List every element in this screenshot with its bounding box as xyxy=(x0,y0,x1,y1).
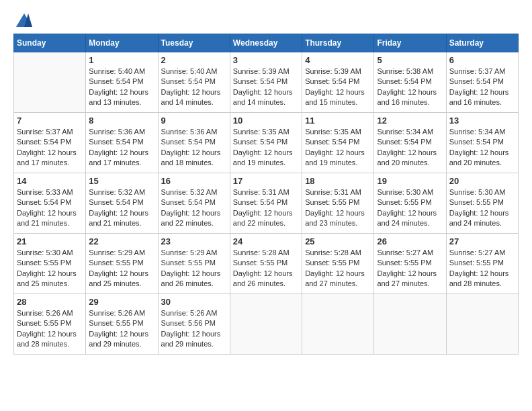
day-info: Sunrise: 5:31 AM Sunset: 5:55 PM Dayligh… xyxy=(305,187,371,229)
calendar-cell: 24Sunrise: 5:28 AM Sunset: 5:55 PM Dayli… xyxy=(230,234,302,294)
logo xyxy=(13,13,32,27)
day-info: Sunrise: 5:32 AM Sunset: 5:54 PM Dayligh… xyxy=(89,187,154,229)
day-number: 2 xyxy=(161,55,227,65)
calendar-cell: 27Sunrise: 5:27 AM Sunset: 5:55 PM Dayli… xyxy=(446,234,518,294)
day-info: Sunrise: 5:30 AM Sunset: 5:55 PM Dayligh… xyxy=(449,187,515,229)
day-info: Sunrise: 5:27 AM Sunset: 5:55 PM Dayligh… xyxy=(377,248,443,289)
day-info: Sunrise: 5:39 AM Sunset: 5:54 PM Dayligh… xyxy=(305,66,371,108)
calendar-header-thursday: Thursday xyxy=(302,34,374,52)
day-info: Sunrise: 5:35 AM Sunset: 5:54 PM Dayligh… xyxy=(233,127,299,169)
day-info: Sunrise: 5:30 AM Sunset: 5:55 PM Dayligh… xyxy=(377,187,443,229)
week-row-1: 1Sunrise: 5:40 AM Sunset: 5:54 PM Daylig… xyxy=(14,52,519,113)
calendar-header-row: SundayMondayTuesdayWednesdayThursdayFrid… xyxy=(14,34,519,52)
day-number: 3 xyxy=(233,55,299,65)
day-number: 16 xyxy=(161,176,227,186)
calendar-header-monday: Monday xyxy=(86,34,158,52)
day-info: Sunrise: 5:37 AM Sunset: 5:54 PM Dayligh… xyxy=(17,127,83,169)
day-info: Sunrise: 5:27 AM Sunset: 5:55 PM Dayligh… xyxy=(449,248,515,289)
week-row-5: 28Sunrise: 5:26 AM Sunset: 5:55 PM Dayli… xyxy=(14,294,519,355)
day-info: Sunrise: 5:38 AM Sunset: 5:54 PM Dayligh… xyxy=(377,66,443,108)
day-number: 6 xyxy=(449,55,515,65)
day-number: 24 xyxy=(233,236,299,246)
day-number: 27 xyxy=(449,236,515,246)
day-number: 15 xyxy=(89,176,154,186)
day-info: Sunrise: 5:31 AM Sunset: 5:54 PM Dayligh… xyxy=(233,187,299,229)
day-info: Sunrise: 5:37 AM Sunset: 5:54 PM Dayligh… xyxy=(449,66,515,108)
calendar-cell: 15Sunrise: 5:32 AM Sunset: 5:54 PM Dayli… xyxy=(86,173,158,234)
day-info: Sunrise: 5:40 AM Sunset: 5:54 PM Dayligh… xyxy=(89,66,154,108)
day-info: Sunrise: 5:36 AM Sunset: 5:54 PM Dayligh… xyxy=(89,127,154,169)
day-info: Sunrise: 5:34 AM Sunset: 5:54 PM Dayligh… xyxy=(377,127,443,169)
day-info: Sunrise: 5:29 AM Sunset: 5:55 PM Dayligh… xyxy=(89,248,154,289)
day-number: 25 xyxy=(305,236,371,246)
day-info: Sunrise: 5:32 AM Sunset: 5:54 PM Dayligh… xyxy=(161,187,227,229)
day-info: Sunrise: 5:28 AM Sunset: 5:55 PM Dayligh… xyxy=(233,248,299,289)
page-header xyxy=(13,13,519,27)
day-number: 12 xyxy=(377,116,443,126)
calendar-cell: 30Sunrise: 5:26 AM Sunset: 5:56 PM Dayli… xyxy=(158,294,230,355)
calendar-cell: 21Sunrise: 5:30 AM Sunset: 5:55 PM Dayli… xyxy=(14,234,86,294)
calendar-cell: 10Sunrise: 5:35 AM Sunset: 5:54 PM Dayli… xyxy=(230,113,302,173)
calendar-cell: 4Sunrise: 5:39 AM Sunset: 5:54 PM Daylig… xyxy=(302,52,374,113)
day-info: Sunrise: 5:40 AM Sunset: 5:54 PM Dayligh… xyxy=(161,66,227,108)
logo-icon xyxy=(16,13,32,27)
calendar-cell: 23Sunrise: 5:29 AM Sunset: 5:55 PM Dayli… xyxy=(158,234,230,294)
day-info: Sunrise: 5:26 AM Sunset: 5:55 PM Dayligh… xyxy=(17,308,83,350)
calendar-header-friday: Friday xyxy=(374,34,446,52)
day-number: 10 xyxy=(233,116,299,126)
calendar-cell: 16Sunrise: 5:32 AM Sunset: 5:54 PM Dayli… xyxy=(158,173,230,234)
calendar-cell: 13Sunrise: 5:34 AM Sunset: 5:54 PM Dayli… xyxy=(446,113,518,173)
week-row-4: 21Sunrise: 5:30 AM Sunset: 5:55 PM Dayli… xyxy=(14,234,519,294)
calendar-cell xyxy=(14,52,86,113)
calendar-cell xyxy=(302,294,374,355)
calendar-cell: 7Sunrise: 5:37 AM Sunset: 5:54 PM Daylig… xyxy=(14,113,86,173)
calendar-cell: 29Sunrise: 5:26 AM Sunset: 5:55 PM Dayli… xyxy=(86,294,158,355)
calendar-cell: 14Sunrise: 5:33 AM Sunset: 5:54 PM Dayli… xyxy=(14,173,86,234)
day-info: Sunrise: 5:26 AM Sunset: 5:56 PM Dayligh… xyxy=(161,308,227,350)
day-info: Sunrise: 5:26 AM Sunset: 5:55 PM Dayligh… xyxy=(89,308,154,350)
calendar-table: SundayMondayTuesdayWednesdayThursdayFrid… xyxy=(13,34,519,355)
calendar-cell: 25Sunrise: 5:28 AM Sunset: 5:55 PM Dayli… xyxy=(302,234,374,294)
day-number: 1 xyxy=(89,55,154,65)
day-number: 20 xyxy=(449,176,515,186)
day-number: 5 xyxy=(377,55,443,65)
day-info: Sunrise: 5:30 AM Sunset: 5:55 PM Dayligh… xyxy=(17,248,83,289)
calendar-cell: 6Sunrise: 5:37 AM Sunset: 5:54 PM Daylig… xyxy=(446,52,518,113)
day-info: Sunrise: 5:39 AM Sunset: 5:54 PM Dayligh… xyxy=(233,66,299,108)
day-number: 18 xyxy=(305,176,371,186)
day-number: 9 xyxy=(161,116,227,126)
day-number: 8 xyxy=(89,116,154,126)
calendar-cell: 1Sunrise: 5:40 AM Sunset: 5:54 PM Daylig… xyxy=(86,52,158,113)
calendar-cell: 8Sunrise: 5:36 AM Sunset: 5:54 PM Daylig… xyxy=(86,113,158,173)
day-number: 4 xyxy=(305,55,371,65)
day-number: 22 xyxy=(89,236,154,246)
calendar-cell: 28Sunrise: 5:26 AM Sunset: 5:55 PM Dayli… xyxy=(14,294,86,355)
calendar-cell xyxy=(230,294,302,355)
day-info: Sunrise: 5:29 AM Sunset: 5:55 PM Dayligh… xyxy=(161,248,227,289)
calendar-cell xyxy=(374,294,446,355)
week-row-3: 14Sunrise: 5:33 AM Sunset: 5:54 PM Dayli… xyxy=(14,173,519,234)
day-info: Sunrise: 5:36 AM Sunset: 5:54 PM Dayligh… xyxy=(161,127,227,169)
week-row-2: 7Sunrise: 5:37 AM Sunset: 5:54 PM Daylig… xyxy=(14,113,519,173)
day-info: Sunrise: 5:35 AM Sunset: 5:54 PM Dayligh… xyxy=(305,127,371,169)
calendar-cell: 12Sunrise: 5:34 AM Sunset: 5:54 PM Dayli… xyxy=(374,113,446,173)
calendar-cell: 20Sunrise: 5:30 AM Sunset: 5:55 PM Dayli… xyxy=(446,173,518,234)
day-number: 26 xyxy=(377,236,443,246)
calendar-cell: 19Sunrise: 5:30 AM Sunset: 5:55 PM Dayli… xyxy=(374,173,446,234)
calendar-cell xyxy=(446,294,518,355)
day-number: 11 xyxy=(305,116,371,126)
calendar-cell: 11Sunrise: 5:35 AM Sunset: 5:54 PM Dayli… xyxy=(302,113,374,173)
day-number: 28 xyxy=(17,297,83,307)
calendar-header-saturday: Saturday xyxy=(446,34,518,52)
day-info: Sunrise: 5:33 AM Sunset: 5:54 PM Dayligh… xyxy=(17,187,83,229)
calendar-header-sunday: Sunday xyxy=(14,34,86,52)
calendar-cell: 9Sunrise: 5:36 AM Sunset: 5:54 PM Daylig… xyxy=(158,113,230,173)
calendar-cell: 22Sunrise: 5:29 AM Sunset: 5:55 PM Dayli… xyxy=(86,234,158,294)
calendar-header-wednesday: Wednesday xyxy=(230,34,302,52)
calendar-cell: 2Sunrise: 5:40 AM Sunset: 5:54 PM Daylig… xyxy=(158,52,230,113)
calendar-cell: 26Sunrise: 5:27 AM Sunset: 5:55 PM Dayli… xyxy=(374,234,446,294)
day-number: 30 xyxy=(161,297,227,307)
calendar-cell: 18Sunrise: 5:31 AM Sunset: 5:55 PM Dayli… xyxy=(302,173,374,234)
day-number: 19 xyxy=(377,176,443,186)
calendar-cell: 17Sunrise: 5:31 AM Sunset: 5:54 PM Dayli… xyxy=(230,173,302,234)
